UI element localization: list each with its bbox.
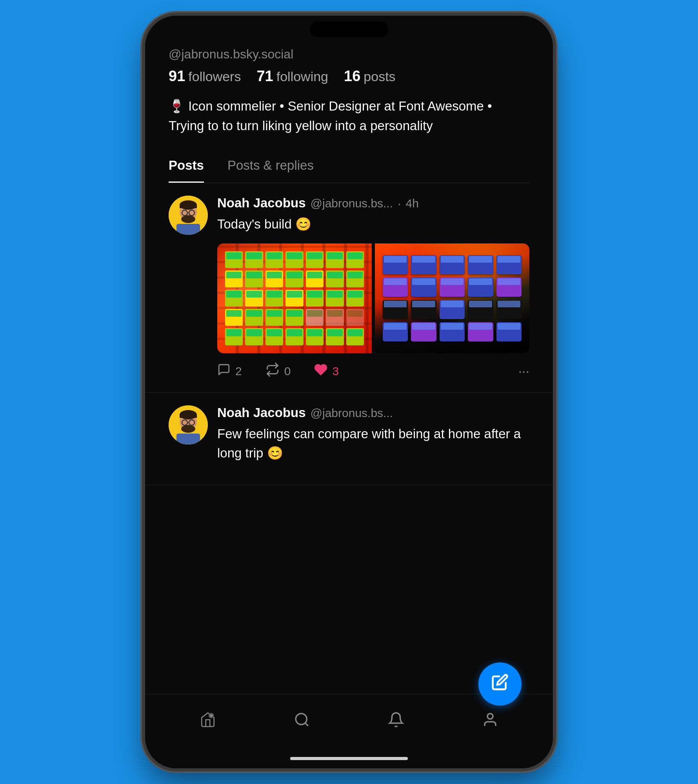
following-stat: 71 following [256,68,328,85]
nav-notifications[interactable] [388,711,404,732]
svg-point-22 [487,713,493,719]
key [411,300,436,319]
profile-icon [482,711,498,732]
post-author: Noah Jacobus [217,405,306,420]
key [411,322,436,341]
key [346,270,364,287]
key [306,251,324,268]
following-count: 71 [256,68,273,85]
key [225,290,243,307]
post-author: Noah Jacobus [217,196,306,211]
svg-point-4 [181,215,195,223]
key [306,328,324,345]
svg-rect-12 [180,415,197,418]
key [383,322,408,341]
feed: Noah Jacobus @jabronus.bs... · 4h Today'… [145,183,553,694]
key [306,270,324,287]
key [496,322,522,341]
key [285,328,303,345]
key [285,270,303,287]
keyboard-image-2[interactable] [375,243,529,353]
post-header: Noah Jacobus @jabronus.bs... [217,405,529,420]
key [468,255,493,274]
key [245,270,263,287]
repost-count: 0 [284,365,291,378]
key [306,290,324,307]
user-handle: @jabronus.bsky.social [169,43,529,68]
key [285,251,303,268]
tab-posts-replies[interactable]: Posts & replies [227,149,314,183]
key [383,278,408,297]
followers-stat: 91 followers [169,68,241,85]
post-time: 4h [405,197,418,210]
nav-search[interactable] [294,711,310,732]
svg-rect-14 [176,434,200,445]
key [265,290,283,307]
search-icon [294,711,310,732]
key [225,270,243,287]
key [346,309,364,326]
key [265,309,283,326]
compose-fab-button[interactable] [478,662,522,706]
comment-count: 2 [235,365,242,378]
key [383,300,408,319]
key [225,309,243,326]
avatar[interactable] [169,405,208,445]
key [265,270,283,287]
home-icon [200,711,216,732]
key [285,290,303,307]
nav-profile[interactable] [482,711,498,732]
like-button[interactable]: 3 [314,363,339,379]
tab-posts[interactable]: Posts [169,149,204,183]
key [245,309,263,326]
key [245,290,263,307]
key [440,278,465,297]
key [346,328,364,345]
key [225,251,243,268]
heart-icon [314,363,327,379]
key [468,278,493,297]
keyboard-image-1[interactable] [217,243,372,353]
key [326,251,344,268]
profile-section: @jabronus.bsky.social 91 followers 71 fo… [145,43,553,183]
svg-rect-5 [176,224,200,235]
key [326,290,344,307]
post-text: Few feelings can compare with being at h… [217,424,529,463]
stats-row: 91 followers 71 following 16 posts [169,68,529,85]
key [326,328,344,345]
key [326,270,344,287]
comment-button[interactable]: 2 [217,363,242,379]
followers-label: followers [188,69,241,84]
profile-tabs: Posts Posts & replies [169,149,529,183]
keyboard-keys-overlay-2 [383,255,522,341]
like-count: 3 [332,365,339,378]
posts-stat: 16 posts [344,68,396,85]
followers-count: 91 [169,68,185,85]
key [411,255,436,274]
avatar[interactable] [169,196,208,235]
nav-home[interactable] [200,711,216,732]
keyboard-keys-overlay-1 [225,251,364,345]
more-button[interactable]: ··· [518,363,529,379]
home-bar [290,757,408,760]
dynamic-island [145,16,553,43]
key [225,328,243,345]
svg-line-21 [305,723,308,726]
posts-count: 16 [344,68,360,85]
post-text: Today's build 😊 [217,214,529,234]
key [496,278,522,297]
repost-icon [265,363,280,380]
separator: · [398,197,401,210]
svg-point-20 [296,713,307,724]
key [285,309,303,326]
repost-button[interactable]: 0 [265,363,291,380]
island-pill [310,22,388,37]
key [383,255,408,274]
user-bio: 🍷 Icon sommelier • Senior Designer at Fo… [169,96,529,135]
key [440,322,465,341]
comment-icon [217,363,231,379]
key [245,328,263,345]
key [411,278,436,297]
post-image-grid [217,243,529,353]
home-indicator [145,749,553,768]
